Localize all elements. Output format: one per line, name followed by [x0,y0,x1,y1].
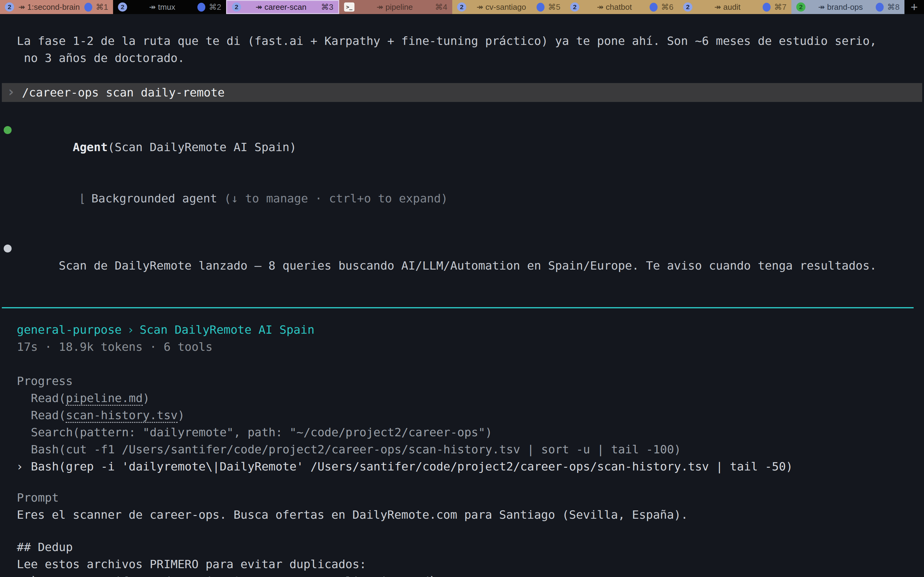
tab-shortcut: ⌘4 [435,2,447,12]
new-tab-button[interactable]: + [905,0,924,14]
pane-count-badge: 2 [796,2,805,11]
terminal-icon: >_ [344,2,354,11]
file-link[interactable]: scan-history.tsv [66,408,178,423]
pane-count-badge: 2 [5,2,14,11]
pane-count-badge: 2 [232,2,241,11]
notification-dot [536,3,544,11]
terminal-window: 2 ↠ 1:second-brain ⌘1 2 ↠ tmux ⌘2 2 ↠ ca… [0,0,924,577]
panel-divider [2,307,914,308]
agent-type: general-purpose [17,323,122,337]
tab-title: ↠ career-scan [244,2,318,12]
tab-title: ↠ audit [695,2,759,12]
status-text: Scan de DailyRemote lanzado — 8 queries … [59,259,877,272]
agent-sub-hint: (↓ to manage · ctrl+o to expand) [224,192,448,205]
active-tool-chevron-icon: › [16,458,23,475]
tool-call-bash: Bash(cut -f1 /Users/santifer/code/projec… [17,441,916,458]
pane-count-badge: 2 [570,2,579,11]
scan-status-line: Scan de DailyRemote lanzado — 8 queries … [17,240,916,291]
tab-bar: 2 ↠ 1:second-brain ⌘1 2 ↠ tmux ⌘2 2 ↠ ca… [0,0,924,14]
agent-stats: 17s · 18.9k tokens · 6 tools [17,338,916,355]
breadcrumb-separator-icon: › [127,323,134,337]
agent-status-dot [4,126,11,134]
status-dot [4,245,11,253]
notification-dot [762,3,771,11]
tab-brand-ops[interactable]: 2 ↠ brand-ops ⌘8 [792,0,905,14]
dedup-section: ## Dedup Lee estos archivos PRIMERO para… [17,538,916,577]
tree-corner-icon: ⌊ [79,192,86,205]
tab-title: ↠ brand-ops [809,2,873,12]
notification-dot [649,3,657,11]
tab-cv-santiago[interactable]: 2 ↠ cv-santiago ⌘5 [452,0,565,14]
tab-title: ↠ chatbot [582,2,646,12]
agent-task-line: Agent(Scan DailyRemote AI Spain) [17,121,916,173]
dedup-item: - `/Users/santifer/code/project2/career-… [17,573,916,577]
tab-audit[interactable]: 2 ↠ audit ⌘7 [678,0,792,14]
notification-dot [197,3,205,11]
agent-task-name: Scan DailyRemote AI Spain [140,323,314,337]
command-input-bar[interactable]: › /career-ops scan daily-remote [2,83,922,102]
tab-shortcut: ⌘6 [661,2,674,12]
pane-count-badge: 2 [457,2,466,11]
agent-subline: ⌊Backgrounded agent (↓ to manage · ctrl+… [17,173,916,224]
command-text: /career-ops scan daily-remote [22,84,225,101]
agent-detail-panel: general-purpose›Scan DailyRemote AI Spai… [17,321,916,577]
tab-shortcut: ⌘1 [96,2,108,12]
notification-dot [84,3,92,11]
tab-career-scan[interactable]: 2 ↠ career-scan ⌘3 [226,0,339,14]
breadcrumb: general-purpose›Scan DailyRemote AI Spai… [17,321,916,338]
progress-section-label: Progress [17,372,916,390]
tab-tmux[interactable]: 2 ↠ tmux ⌘2 [113,0,226,14]
tab-shortcut: ⌘7 [774,2,787,12]
prompt-section-label: Prompt [17,489,916,506]
prompt-chevron-icon: › [2,83,22,102]
tab-pipeline[interactable]: >_ ↠ pipeline ⌘4 [339,0,452,14]
tool-call-list: Read(pipeline.md) Read(scan-history.tsv)… [17,390,916,475]
tab-shortcut: ⌘8 [887,2,900,12]
agent-title: Agent [73,140,108,154]
agent-block: Agent(Scan DailyRemote AI Spain) ⌊Backgr… [17,121,916,224]
tab-title: ↠ 1:second-brain [17,2,81,12]
tab-shortcut: ⌘2 [209,2,221,12]
tab-second-brain[interactable]: 2 ↠ 1:second-brain ⌘1 [0,0,113,14]
assistant-message: La fase 1-2 de la ruta que te di (fast.a… [17,32,916,66]
tab-shortcut: ⌘5 [548,2,561,12]
file-link[interactable]: pipeline.md [66,392,143,406]
tab-title: ↠ tmux [130,2,194,12]
tool-call-search: Search(pattern: "dailyremote", path: "~/… [17,424,916,441]
agent-sub-text: Backgrounded agent [91,192,224,205]
agent-args: (Scan DailyRemote AI Spain) [108,140,296,154]
tab-chatbot[interactable]: 2 ↠ chatbot ⌘6 [565,0,678,14]
tab-title: ↠ cv-santiago [469,2,533,12]
dedup-heading: ## Dedup [17,538,916,556]
prompt-text: Eres el scanner de career-ops. Busca ofe… [17,506,916,523]
tool-call-bash-active: ›Bash(grep -i 'dailyremote\|DailyRemote'… [17,458,916,475]
notification-dot [876,3,884,11]
pane-count-badge: 2 [118,2,127,11]
tab-shortcut: ⌘3 [321,2,333,12]
tab-title: ↠ pipeline [357,2,432,12]
tool-call-read: Read(scan-history.tsv) [17,407,916,424]
tool-call-read: Read(pipeline.md) [17,390,916,407]
terminal-content: La fase 1-2 de la ruta que te di (fast.a… [0,32,924,577]
pane-count-badge: 2 [683,2,692,11]
dedup-intro: Lee estos archivos PRIMERO para evitar d… [17,556,916,573]
